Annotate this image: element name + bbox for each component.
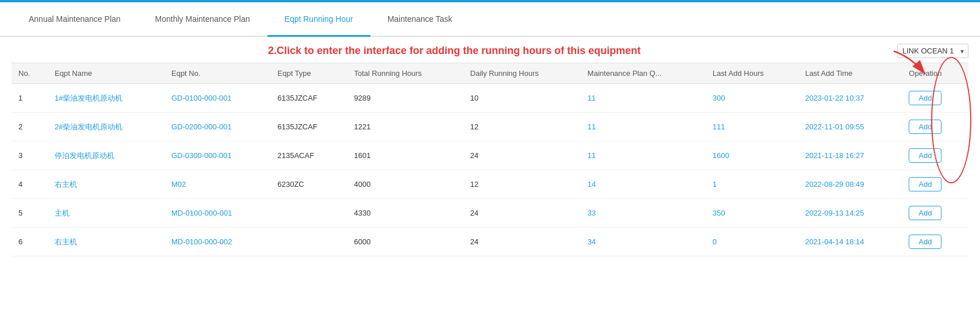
add-button[interactable]: Add [909, 91, 941, 105]
cell-eqpt-no[interactable]: GD-0200-000-001 [164, 113, 271, 141]
cell-no: 1 [12, 84, 48, 113]
cell-last-add-time[interactable]: 2022-11-01 09:55 [798, 113, 902, 141]
col-header-eqpt-name: Eqpt Name [48, 63, 164, 84]
cell-no: 4 [12, 170, 48, 199]
cell-daily-running-hours: 24 [464, 141, 581, 170]
cell-operation: Add [902, 84, 968, 113]
col-header-eqpt-type: Eqpt Type [271, 63, 347, 84]
equipment-table: No. Eqpt Name Eqpt No. Eqpt Type Total R… [12, 63, 968, 256]
cell-eqpt-name[interactable]: 1#柴油发电机原动机 [48, 84, 164, 113]
table-row: 6右主机MD-0100-000-0026000243402021-04-14 1… [12, 228, 968, 256]
tab-annual-maintenance-plan[interactable]: Annual Maintenance Plan [12, 2, 138, 37]
cell-eqpt-no[interactable]: M02 [164, 170, 271, 199]
cell-maintenance-plan-q[interactable]: 11 [581, 113, 706, 141]
table-body: 11#柴油发电机原动机GD-0100-000-0016135JZCAF92891… [12, 84, 968, 256]
cell-eqpt-no[interactable]: GD-0100-000-001 [164, 84, 271, 113]
add-button[interactable]: Add [909, 206, 941, 220]
cell-last-add-time[interactable]: 2022-09-13 14:25 [798, 199, 902, 228]
cell-daily-running-hours: 12 [464, 113, 581, 141]
add-button[interactable]: Add [909, 177, 941, 191]
cell-eqpt-name[interactable]: 右主机 [48, 170, 164, 199]
cell-total-running-hours: 4330 [347, 199, 464, 228]
cell-total-running-hours: 6000 [347, 228, 464, 256]
cell-maintenance-plan-q[interactable]: 11 [581, 141, 706, 170]
cell-maintenance-plan-q[interactable]: 14 [581, 170, 706, 199]
cell-daily-running-hours: 24 [464, 228, 581, 256]
col-header-no: No. [12, 63, 48, 84]
cell-daily-running-hours: 12 [464, 170, 581, 199]
tab-monthly-maintenance-plan[interactable]: Monthly Maintenance Plan [138, 2, 267, 37]
add-button[interactable]: Add [909, 148, 941, 163]
table-row: 22#柴油发电机原动机GD-0200-000-0016135JZCAF12211… [12, 113, 968, 141]
cell-last-add-hours[interactable]: 300 [706, 84, 798, 113]
cell-operation: Add [902, 199, 968, 228]
col-header-last-add-time: Last Add Time [798, 63, 902, 84]
cell-last-add-time[interactable]: 2021-04-14 18:14 [798, 228, 902, 256]
cell-eqpt-type: 6230ZC [271, 170, 347, 199]
cell-eqpt-name[interactable]: 主机 [48, 199, 164, 228]
add-button[interactable]: Add [909, 235, 941, 249]
cell-last-add-time[interactable]: 2022-08-29 08:49 [798, 170, 902, 199]
col-header-daily-running-hours: Daily Running Hours [464, 63, 581, 84]
cell-eqpt-type: 6135JZCAF [271, 113, 347, 141]
tab-maintenance-task[interactable]: Maintenance Task [370, 2, 470, 37]
col-header-eqpt-no: Eqpt No. [164, 63, 271, 84]
cell-operation: Add [902, 141, 968, 170]
cell-daily-running-hours: 24 [464, 199, 581, 228]
cell-last-add-hours[interactable]: 1 [706, 170, 798, 199]
vessel-select-container[interactable]: LINK OCEAN 1 LINK OCEAN 2 [897, 44, 968, 58]
cell-total-running-hours: 4000 [347, 170, 464, 199]
header-area: 2.Click to enter the interface for addin… [0, 37, 980, 63]
table-container: No. Eqpt Name Eqpt No. Eqpt Type Total R… [0, 63, 980, 256]
cell-last-add-time[interactable]: 2021-11-18 16:27 [798, 141, 902, 170]
tab-bar: Annual Maintenance Plan Monthly Maintena… [0, 2, 980, 37]
cell-total-running-hours: 1221 [347, 113, 464, 141]
cell-no: 2 [12, 113, 48, 141]
cell-eqpt-no[interactable]: MD-0100-000-001 [164, 199, 271, 228]
cell-eqpt-type [271, 228, 347, 256]
cell-operation: Add [902, 170, 968, 199]
col-header-last-add-hours: Last Add Hours [706, 63, 798, 84]
table-row: 5主机MD-0100-000-001433024333502022-09-13 … [12, 199, 968, 228]
cell-last-add-hours[interactable]: 1600 [706, 141, 798, 170]
table-row: 4右主机M026230ZC4000121412022-08-29 08:49Ad… [12, 170, 968, 199]
cell-last-add-hours[interactable]: 350 [706, 199, 798, 228]
tab-eqpt-running-hour[interactable]: Eqpt Running Hour [267, 2, 370, 37]
cell-eqpt-type: 2135ACAF [271, 141, 347, 170]
cell-eqpt-name[interactable]: 停泊发电机原动机 [48, 141, 164, 170]
cell-last-add-hours[interactable]: 111 [706, 113, 798, 141]
cell-last-add-hours[interactable]: 0 [706, 228, 798, 256]
add-button[interactable]: Add [909, 120, 941, 134]
cell-eqpt-type: 6135JZCAF [271, 84, 347, 113]
col-header-total-running-hours: Total Running Hours [347, 63, 464, 84]
col-header-maintenance-plan-q: Maintenance Plan Q... [581, 63, 706, 84]
instruction-text: 2.Click to enter the interface for addin… [12, 45, 897, 57]
cell-no: 3 [12, 141, 48, 170]
col-header-operation: Operation [902, 63, 968, 84]
cell-maintenance-plan-q[interactable]: 33 [581, 199, 706, 228]
vessel-select[interactable]: LINK OCEAN 1 LINK OCEAN 2 [897, 44, 968, 58]
cell-no: 5 [12, 199, 48, 228]
table-header-row: No. Eqpt Name Eqpt No. Eqpt Type Total R… [12, 63, 968, 84]
table-row: 3停泊发电机原动机GD-0300-000-0012135ACAF16012411… [12, 141, 968, 170]
cell-operation: Add [902, 228, 968, 256]
cell-eqpt-type [271, 199, 347, 228]
cell-total-running-hours: 9289 [347, 84, 464, 113]
cell-total-running-hours: 1601 [347, 141, 464, 170]
table-row: 11#柴油发电机原动机GD-0100-000-0016135JZCAF92891… [12, 84, 968, 113]
cell-maintenance-plan-q[interactable]: 34 [581, 228, 706, 256]
cell-last-add-time[interactable]: 2023-01-22 10:37 [798, 84, 902, 113]
cell-eqpt-no[interactable]: GD-0300-000-001 [164, 141, 271, 170]
cell-maintenance-plan-q[interactable]: 11 [581, 84, 706, 113]
cell-eqpt-name[interactable]: 2#柴油发电机原动机 [48, 113, 164, 141]
cell-no: 6 [12, 228, 48, 256]
cell-operation: Add [902, 113, 968, 141]
cell-daily-running-hours: 10 [464, 84, 581, 113]
cell-eqpt-no[interactable]: MD-0100-000-002 [164, 228, 271, 256]
cell-eqpt-name[interactable]: 右主机 [48, 228, 164, 256]
